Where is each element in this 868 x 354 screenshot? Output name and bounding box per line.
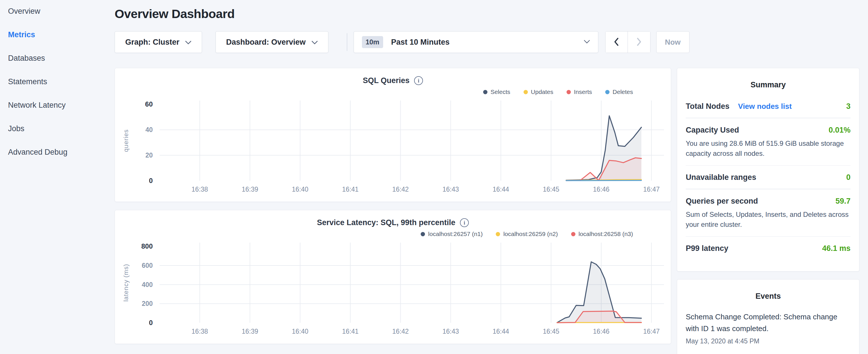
chevron-down-icon xyxy=(311,38,318,47)
svg-text:16:41: 16:41 xyxy=(342,328,359,335)
sql-queries-chart-card: SQL Queries i Selects Updates Inserts De… xyxy=(115,68,671,202)
svg-text:16:38: 16:38 xyxy=(191,186,208,193)
time-pager xyxy=(605,31,651,53)
app-root: Overview Metrics Databases Statements Ne… xyxy=(0,0,868,354)
summary-value: 59.7 xyxy=(835,197,850,206)
n3-series-dot xyxy=(571,232,576,236)
summary-label: Capacity Used xyxy=(686,126,739,135)
legend-item-updates[interactable]: Updates xyxy=(524,89,553,95)
svg-text:16:40: 16:40 xyxy=(292,186,309,193)
legend-label: localhost:26259 (n2) xyxy=(503,231,558,237)
n1-series-dot xyxy=(421,232,425,236)
graph-dropdown-label: Graph: Cluster xyxy=(125,38,179,47)
summary-row-queries-per-second: Queries per second 59.7 Sum of Selects, … xyxy=(686,189,850,236)
svg-text:16:47: 16:47 xyxy=(643,186,660,193)
legend-item-selects[interactable]: Selects xyxy=(483,89,510,95)
svg-text:400: 400 xyxy=(142,281,153,288)
chart-legend: localhost:26257 (n1) localhost:26259 (n2… xyxy=(120,231,633,237)
time-range-picker[interactable]: 10m Past 10 Minutes xyxy=(353,31,598,53)
event-timestamp: May 13, 2020 at 4:45 PM xyxy=(686,337,850,345)
chevron-down-icon xyxy=(584,40,590,45)
info-icon[interactable]: i xyxy=(414,76,423,85)
events-title: Events xyxy=(686,292,850,301)
toolbar: Graph: Cluster Dashboard: Overview 10m P… xyxy=(115,31,859,53)
toolbar-divider xyxy=(347,33,347,51)
dashboard-dropdown[interactable]: Dashboard: Overview xyxy=(216,31,329,53)
legend-label: Deletes xyxy=(613,89,633,95)
summary-description: Sum of Selects, Updates, Inserts, and De… xyxy=(686,210,850,229)
charts-column: SQL Queries i Selects Updates Inserts De… xyxy=(115,68,671,344)
svg-text:16:40: 16:40 xyxy=(292,328,309,335)
summary-row-capacity-used: Capacity Used 0.01% You are using 28.6 M… xyxy=(686,118,850,165)
deletes-series-dot xyxy=(605,90,610,94)
svg-text:16:41: 16:41 xyxy=(342,186,359,193)
legend-item-n3[interactable]: localhost:26258 (n3) xyxy=(571,231,633,237)
summary-value: 0 xyxy=(846,173,850,182)
sidebar-item-jobs[interactable]: Jobs xyxy=(8,124,115,133)
summary-row-p99-latency: P99 latency 46.1 ms xyxy=(686,236,850,260)
svg-text:16:46: 16:46 xyxy=(593,186,610,193)
svg-text:16:39: 16:39 xyxy=(242,328,258,335)
chart-title: SQL Queries xyxy=(363,76,409,85)
sidebar-item-advanced-debug[interactable]: Advanced Debug xyxy=(8,148,115,157)
n2-series-dot xyxy=(496,232,500,236)
sidebar-item-databases[interactable]: Databases xyxy=(8,54,115,63)
svg-text:40: 40 xyxy=(145,126,153,133)
event-list-item[interactable]: Schema Change Completed: Schema change w… xyxy=(686,311,850,345)
svg-text:0: 0 xyxy=(149,177,153,185)
summary-label: P99 latency xyxy=(686,244,728,253)
legend-label: Updates xyxy=(531,89,553,95)
now-button[interactable]: Now xyxy=(656,31,689,53)
main-content: Overview Dashboard Graph: Cluster Dashbo… xyxy=(115,0,868,354)
legend-label: Selects xyxy=(491,89,510,95)
dashboard-content: SQL Queries i Selects Updates Inserts De… xyxy=(115,68,859,354)
svg-text:16:38: 16:38 xyxy=(191,328,208,335)
summary-label: Queries per second xyxy=(686,197,758,206)
svg-text:16:46: 16:46 xyxy=(593,328,610,335)
svg-text:60: 60 xyxy=(145,100,153,108)
svg-text:16:42: 16:42 xyxy=(392,328,409,335)
svg-text:queries: queries xyxy=(122,129,129,152)
page-title: Overview Dashboard xyxy=(115,7,859,21)
event-text: Schema Change Completed: Schema change w… xyxy=(686,311,850,334)
service-latency-chart-card: Service Latency: SQL, 99th percentile i … xyxy=(115,210,671,344)
svg-text:0: 0 xyxy=(149,319,153,326)
svg-text:16:42: 16:42 xyxy=(392,186,409,193)
time-range-badge: 10m xyxy=(362,36,383,48)
legend-item-n2[interactable]: localhost:26259 (n2) xyxy=(496,231,558,237)
sidebar-item-statements[interactable]: Statements xyxy=(8,77,115,86)
info-icon[interactable]: i xyxy=(460,218,469,227)
svg-text:16:45: 16:45 xyxy=(543,186,559,193)
time-range-label: Past 10 Minutes xyxy=(391,38,584,47)
chevron-right-icon xyxy=(636,37,642,47)
legend-item-n1[interactable]: localhost:26257 (n1) xyxy=(421,231,483,237)
service-latency-plot[interactable]: 16:3816:3916:4016:4116:4216:4316:4416:45… xyxy=(120,238,666,339)
selects-series-dot xyxy=(483,90,488,94)
inserts-series-dot xyxy=(566,90,571,94)
time-back-button[interactable] xyxy=(606,32,628,53)
svg-text:latency (ms): latency (ms) xyxy=(122,264,129,301)
sidebar-item-metrics[interactable]: Metrics xyxy=(8,30,115,39)
legend-item-inserts[interactable]: Inserts xyxy=(566,89,592,95)
chart-header: Service Latency: SQL, 99th percentile i xyxy=(120,218,666,227)
svg-text:16:43: 16:43 xyxy=(442,186,459,193)
time-forward-button[interactable] xyxy=(628,32,650,53)
summary-description: You are using 28.6 MiB of 515.9 GiB usab… xyxy=(686,138,850,158)
sidebar-item-network-latency[interactable]: Network Latency xyxy=(8,101,115,110)
updates-series-dot xyxy=(524,90,528,94)
chart-title: Service Latency: SQL, 99th percentile xyxy=(317,218,455,227)
svg-text:16:44: 16:44 xyxy=(493,328,509,335)
summary-panel: Summary Total Nodes View nodes list 3 xyxy=(677,68,859,271)
chevron-down-icon xyxy=(185,38,191,47)
summary-row-unavailable-ranges: Unavailable ranges 0 xyxy=(686,165,850,189)
summary-value: 46.1 ms xyxy=(822,244,850,253)
svg-text:20: 20 xyxy=(145,152,153,159)
graph-dropdown[interactable]: Graph: Cluster xyxy=(115,31,202,53)
svg-text:200: 200 xyxy=(142,300,153,307)
view-nodes-list-link[interactable]: View nodes list xyxy=(738,102,792,111)
legend-item-deletes[interactable]: Deletes xyxy=(605,89,633,95)
sql-queries-plot[interactable]: 16:3816:3916:4016:4116:4216:4316:4416:45… xyxy=(120,96,666,197)
summary-value: 0.01% xyxy=(829,126,850,135)
sidebar-item-overview[interactable]: Overview xyxy=(8,7,115,16)
svg-text:16:47: 16:47 xyxy=(643,328,660,335)
